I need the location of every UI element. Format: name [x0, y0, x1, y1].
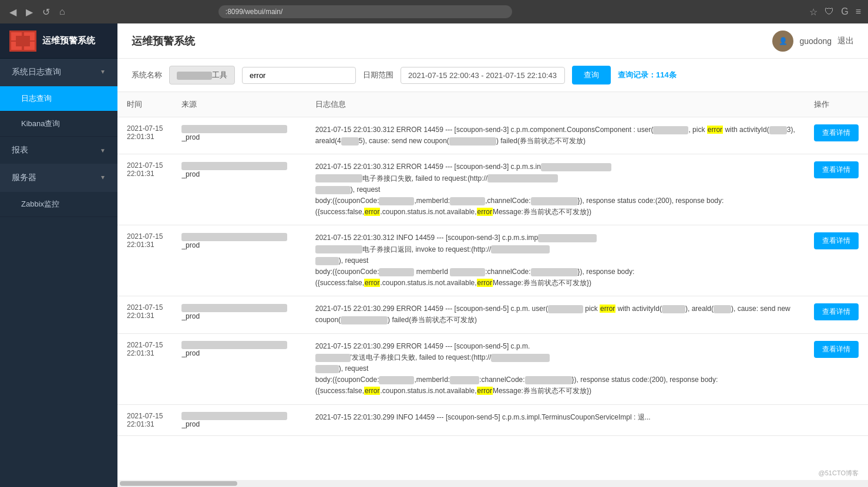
- sidebar-menu: 系统日志查询 ▲ 日志查询 Kibana查询 报表 ▼ 服务器 ▲ Zabbix…: [0, 59, 117, 487]
- col-action: 操作: [805, 92, 868, 117]
- detail-button-5[interactable]: 查看详情: [814, 341, 859, 358]
- detail-button-3[interactable]: 查看详情: [814, 232, 859, 249]
- back-button[interactable]: ◀: [7, 5, 19, 19]
- system-name-value: 工具: [169, 66, 235, 84]
- logo-icon: [9, 31, 36, 52]
- refresh-button[interactable]: ↺: [40, 5, 52, 19]
- logout-button[interactable]: 退出: [837, 36, 854, 46]
- log-table: 时间 来源 日志信息 操作 2021-07-1522:01:31 _prod: [117, 92, 868, 436]
- search-bar: 系统名称 工具 日期范围 查询 查询记录：114条: [117, 59, 868, 92]
- record-count-number: 114: [656, 70, 669, 79]
- table-row: 2021-07-1522:01:31 _prod 2021-07-15 22:0…: [117, 225, 868, 296]
- date-range-label: 日期范围: [363, 70, 393, 80]
- user-name: guodong: [799, 36, 832, 46]
- menu-icon[interactable]: ≡: [856, 6, 861, 18]
- sidebar-item-report[interactable]: 报表 ▼: [0, 137, 117, 164]
- sidebar-item-kibana[interactable]: Kibana查询: [0, 111, 117, 137]
- row3-log: 2021-07-15 22:01:30.312 INFO 14459 --- […: [306, 225, 805, 296]
- sidebar-item-server-label: 服务器: [12, 173, 36, 183]
- row4-source: _prod: [172, 296, 305, 333]
- chevron-up-icon-2: ▲: [100, 175, 106, 181]
- row1-log: 2021-07-15 22:01:30.312 ERROR 14459 --- …: [306, 117, 805, 154]
- row5-action: 查看详情: [805, 333, 868, 404]
- sidebar-item-zabbix-label: Zabbix监控: [21, 199, 59, 209]
- table-row: 2021-07-1522:01:31 _prod 2021-07-15 22:0…: [117, 154, 868, 225]
- sidebar-item-log-query-label: 日志查询: [21, 93, 52, 104]
- url-bar[interactable]: [218, 5, 512, 18]
- row6-source: _prod: [172, 404, 305, 436]
- row5-source: _prod: [172, 333, 305, 404]
- query-button[interactable]: 查询: [572, 66, 611, 84]
- col-time: 时间: [117, 92, 172, 117]
- row6-action: [805, 404, 868, 436]
- sidebar-item-system-log-label: 系统日志查询: [12, 67, 61, 77]
- svg-rect-4: [16, 36, 30, 46]
- row6-log: 2021-07-15 22:01:30.299 INFO 14459 --- […: [306, 404, 805, 436]
- app-title: 运维预警系统: [42, 35, 95, 46]
- col-log: 日志信息: [306, 92, 805, 117]
- row3-action: 查看详情: [805, 225, 868, 296]
- row6-time: 2021-07-1522:01:31: [117, 404, 172, 436]
- app-header-title: 运维预警系统: [132, 34, 763, 48]
- table-row: 2021-07-1522:01:31 _prod 2021-07-15 22:0…: [117, 333, 868, 404]
- table-header-row: 时间 来源 日志信息 操作: [117, 92, 868, 117]
- app-container: 运维预警系统 系统日志查询 ▲ 日志查询 Kibana查询 报表 ▼ 服务器 ▲: [0, 23, 868, 487]
- avatar-text: 👤: [779, 37, 788, 45]
- forward-button[interactable]: ▶: [23, 5, 35, 19]
- keyword-input[interactable]: [242, 67, 356, 84]
- row2-time: 2021-07-1522:01:31: [117, 154, 172, 225]
- table-row: 2021-07-1522:01:31 _prod 2021-07-15 22:0…: [117, 117, 868, 154]
- row5-log: 2021-07-15 22:01:30.299 ERROR 14459 --- …: [306, 333, 805, 404]
- row2-action: 查看详情: [805, 154, 868, 225]
- sidebar-item-kibana-label: Kibana查询: [21, 119, 60, 129]
- chevron-up-icon: ▲: [100, 69, 106, 76]
- sidebar-item-system-log[interactable]: 系统日志查询 ▲: [0, 59, 117, 86]
- row5-time: 2021-07-1522:01:31: [117, 333, 172, 404]
- chevron-down-icon: ▼: [100, 147, 106, 154]
- home-button[interactable]: ⌂: [57, 5, 68, 18]
- detail-button-1[interactable]: 查看详情: [814, 124, 859, 141]
- row4-log: 2021-07-15 22:01:30.299 ERROR 14459 --- …: [306, 296, 805, 333]
- record-count-label: 查询记录：: [618, 70, 656, 79]
- sidebar-item-server[interactable]: 服务器 ▲: [0, 164, 117, 192]
- user-icon[interactable]: G: [841, 6, 848, 18]
- browser-icons: ☆ 🛡 G ≡: [809, 6, 861, 18]
- sidebar-item-log-query[interactable]: 日志查询: [0, 86, 117, 111]
- log-table-container: 时间 来源 日志信息 操作 2021-07-1522:01:31 _prod: [117, 92, 868, 480]
- sidebar-logo: 运维预警系统: [0, 23, 117, 59]
- row3-source: _prod: [172, 225, 305, 296]
- table-row: 2021-07-1522:01:31 _prod 2021-07-15 22:0…: [117, 296, 868, 333]
- avatar: 👤: [772, 31, 793, 52]
- row2-log: 2021-07-15 22:01:30.312 ERROR 14459 --- …: [306, 154, 805, 225]
- row3-time: 2021-07-1522:01:31: [117, 225, 172, 296]
- detail-button-4[interactable]: 查看详情: [814, 303, 859, 320]
- shield-icon: 🛡: [825, 6, 834, 18]
- header-user: 👤 guodong 退出: [772, 31, 854, 52]
- horizontal-scrollbar[interactable]: [117, 480, 868, 487]
- record-count: 查询记录：114条: [618, 70, 677, 80]
- col-source: 来源: [172, 92, 305, 117]
- row4-time: 2021-07-1522:01:31: [117, 296, 172, 333]
- sidebar-item-zabbix[interactable]: Zabbix监控: [0, 192, 117, 217]
- app-header: 运维预警系统 👤 guodong 退出: [117, 23, 868, 59]
- date-range-input[interactable]: [401, 67, 565, 84]
- detail-button-2[interactable]: 查看详情: [814, 161, 859, 178]
- row4-action: 查看详情: [805, 296, 868, 333]
- watermark: @51CTO博客: [819, 469, 859, 478]
- row1-source: _prod: [172, 117, 305, 154]
- system-name-label: 系统名称: [132, 70, 162, 80]
- bookmark-icon[interactable]: ☆: [809, 6, 817, 18]
- main-content: 运维预警系统 👤 guodong 退出 系统名称 工具 日期范围 查询 查询记录…: [117, 23, 868, 487]
- table-row: 2021-07-1522:01:31 _prod 2021-07-15 22:0…: [117, 404, 868, 436]
- row1-action: 查看详情: [805, 117, 868, 154]
- row1-time: 2021-07-1522:01:31: [117, 117, 172, 154]
- browser-bar: ◀ ▶ ↺ ⌂ ☆ 🛡 G ≡: [0, 0, 868, 23]
- sidebar-item-report-label: 报表: [12, 145, 28, 155]
- record-count-unit: 条: [669, 70, 677, 79]
- sidebar: 运维预警系统 系统日志查询 ▲ 日志查询 Kibana查询 报表 ▼ 服务器 ▲: [0, 23, 117, 487]
- row2-source: _prod: [172, 154, 305, 225]
- scrollbar-thumb[interactable]: [120, 481, 237, 486]
